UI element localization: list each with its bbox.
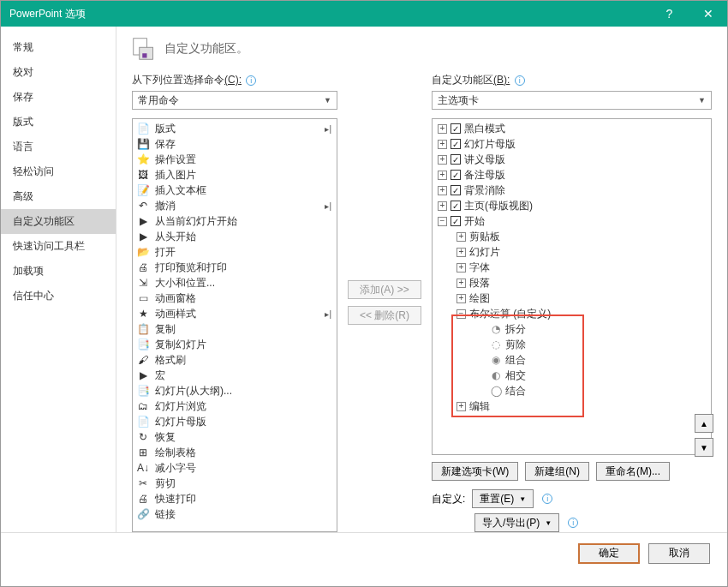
expand-toggle[interactable]: − — [438, 217, 447, 226]
command-item[interactable]: ⇲大小和位置... — [133, 275, 337, 291]
sidebar-item[interactable]: 信任中心 — [1, 284, 116, 308]
expand-toggle[interactable]: + — [438, 171, 447, 180]
command-item[interactable]: ✂剪切 — [133, 476, 337, 491]
checkbox[interactable]: ✓ — [451, 139, 461, 149]
tree-node[interactable]: +剪贴板 — [433, 229, 711, 244]
sidebar-item[interactable]: 加载项 — [1, 259, 116, 284]
sidebar-item[interactable]: 快速访问工具栏 — [1, 234, 116, 259]
info-icon[interactable]: i — [542, 494, 552, 504]
expand-toggle[interactable]: + — [438, 201, 447, 211]
rename-button[interactable]: 重命名(M)... — [596, 462, 670, 481]
expand-toggle[interactable]: + — [456, 232, 466, 242]
command-item[interactable]: 📋复制 — [133, 321, 337, 337]
ribbon-tree[interactable]: +✓黑白模式+✓幻灯片母版+✓讲义母版+✓备注母版+✓背景消除+✓主页(母版视图… — [432, 118, 712, 455]
command-item[interactable]: ↶撤消▸| — [133, 198, 337, 213]
expand-toggle[interactable]: + — [456, 294, 466, 303]
expand-toggle[interactable]: + — [438, 124, 447, 134]
command-item[interactable]: ↻恢复 — [133, 429, 337, 445]
command-item[interactable]: ▭动画窗格 — [133, 291, 337, 306]
checkbox[interactable]: ✓ — [451, 185, 461, 195]
command-item[interactable]: ▶宏 — [133, 368, 337, 383]
command-item[interactable]: 🖼插入图片 — [133, 167, 337, 183]
command-item[interactable]: 🖨快速打印 — [133, 491, 337, 506]
sidebar-item[interactable]: 校对 — [1, 60, 116, 85]
info-icon[interactable]: i — [568, 518, 578, 528]
command-item[interactable]: 💾保存 — [133, 136, 337, 152]
tree-node[interactable]: +幻灯片 — [433, 244, 711, 260]
commands-source-combo[interactable]: 常用命令 ▼ — [132, 91, 337, 110]
sidebar-item[interactable]: 高级 — [1, 184, 116, 209]
checkbox[interactable]: ✓ — [451, 170, 461, 180]
reset-button[interactable]: 重置(E)▼ — [472, 489, 534, 508]
sidebar-item[interactable]: 语言 — [1, 135, 116, 159]
tree-node[interactable]: +✓备注母版 — [433, 167, 711, 183]
command-item[interactable]: ⭐操作设置 — [133, 152, 337, 167]
command-item[interactable]: ⊞绘制表格 — [133, 445, 337, 460]
command-item[interactable]: A↓减小字号 — [133, 460, 337, 476]
expand-toggle[interactable]: + — [438, 155, 447, 165]
reorder-buttons: ▲ ▼ — [695, 414, 713, 457]
checkbox[interactable]: ✓ — [451, 201, 461, 211]
cancel-button[interactable]: 取消 — [648, 543, 710, 564]
command-item[interactable]: 🔗链接 — [133, 506, 337, 522]
sidebar-item[interactable]: 常规 — [1, 35, 116, 60]
remove-button[interactable]: << 删除(R) — [348, 306, 421, 325]
move-down-button[interactable]: ▼ — [695, 438, 713, 457]
command-item[interactable]: 📄幻灯片母版 — [133, 414, 337, 429]
import-export-button[interactable]: 导入/导出(P)▼ — [474, 513, 559, 532]
expand-toggle[interactable]: + — [456, 279, 466, 288]
tree-node[interactable]: +字体 — [433, 260, 711, 275]
checkbox[interactable]: ✓ — [451, 154, 461, 165]
info-icon[interactable]: i — [515, 75, 525, 86]
sidebar-item[interactable]: 保存 — [1, 85, 116, 110]
expand-toggle[interactable]: + — [456, 402, 466, 411]
checkbox[interactable]: ✓ — [451, 123, 461, 134]
command-item[interactable]: 🗂幻灯片浏览 — [133, 398, 337, 414]
info-icon[interactable]: i — [246, 75, 256, 86]
expand-toggle[interactable]: − — [456, 309, 466, 319]
tree-node[interactable]: +编辑 — [433, 398, 711, 414]
tree-node[interactable]: ◌剪除 — [433, 337, 711, 352]
tree-node[interactable]: +✓讲义母版 — [433, 152, 711, 167]
tree-node[interactable]: −✓开始 — [433, 213, 711, 229]
expand-toggle[interactable]: + — [438, 186, 447, 195]
command-item[interactable]: 📑复制幻灯片 — [133, 337, 337, 352]
command-item[interactable]: ▶从当前幻灯片开始 — [133, 213, 337, 229]
tree-node[interactable]: ◉组合 — [433, 352, 711, 368]
new-group-button[interactable]: 新建组(N) — [525, 462, 589, 481]
command-item[interactable]: 🖌格式刷 — [133, 352, 337, 368]
command-item[interactable]: ▶从头开始 — [133, 229, 337, 244]
tree-node[interactable]: +绘图 — [433, 291, 711, 306]
sidebar-item[interactable]: 自定义功能区 — [1, 209, 116, 234]
close-button[interactable]: ✕ — [689, 1, 727, 27]
tree-node[interactable]: +✓主页(母版视图) — [433, 198, 711, 213]
tree-node[interactable]: ◔拆分 — [433, 321, 711, 337]
expand-toggle[interactable]: + — [456, 248, 466, 257]
command-item[interactable]: 📄版式▸| — [133, 121, 337, 136]
tree-node[interactable]: +✓黑白模式 — [433, 121, 711, 136]
tree-node[interactable]: +✓背景消除 — [433, 183, 711, 198]
sidebar-item[interactable]: 版式 — [1, 110, 116, 135]
commands-list[interactable]: 📄版式▸|💾保存⭐操作设置🖼插入图片📝插入文本框↶撤消▸|▶从当前幻灯片开始▶从… — [132, 118, 337, 532]
sidebar-item[interactable]: 轻松访问 — [1, 159, 116, 184]
help-button[interactable]: ? — [650, 1, 689, 27]
checkbox[interactable]: ✓ — [451, 216, 461, 226]
new-tab-button[interactable]: 新建选项卡(W) — [432, 462, 518, 481]
tree-node[interactable]: ◯结合 — [433, 383, 711, 398]
move-up-button[interactable]: ▲ — [695, 414, 713, 433]
tree-node[interactable]: +✓幻灯片母版 — [433, 136, 711, 152]
add-button[interactable]: 添加(A) >> — [348, 280, 421, 299]
command-item[interactable]: 📑幻灯片(从大纲)... — [133, 383, 337, 398]
command-item[interactable]: ★动画样式▸| — [133, 306, 337, 321]
command-item[interactable]: 🖨打印预览和打印 — [133, 260, 337, 275]
expand-toggle[interactable]: + — [456, 263, 466, 273]
expand-toggle[interactable]: + — [438, 140, 447, 149]
command-item[interactable]: 📂打开 — [133, 244, 337, 260]
command-item[interactable]: 📝插入文本框 — [133, 183, 337, 198]
tree-node[interactable]: −布尔运算 (自定义) — [433, 306, 711, 321]
ok-button[interactable]: 确定 — [578, 543, 640, 564]
tree-node[interactable]: +段落 — [433, 275, 711, 291]
node-label: 开始 — [464, 214, 485, 229]
ribbon-target-combo[interactable]: 主选项卡 ▼ — [432, 91, 712, 110]
tree-node[interactable]: ◐相交 — [433, 368, 711, 383]
